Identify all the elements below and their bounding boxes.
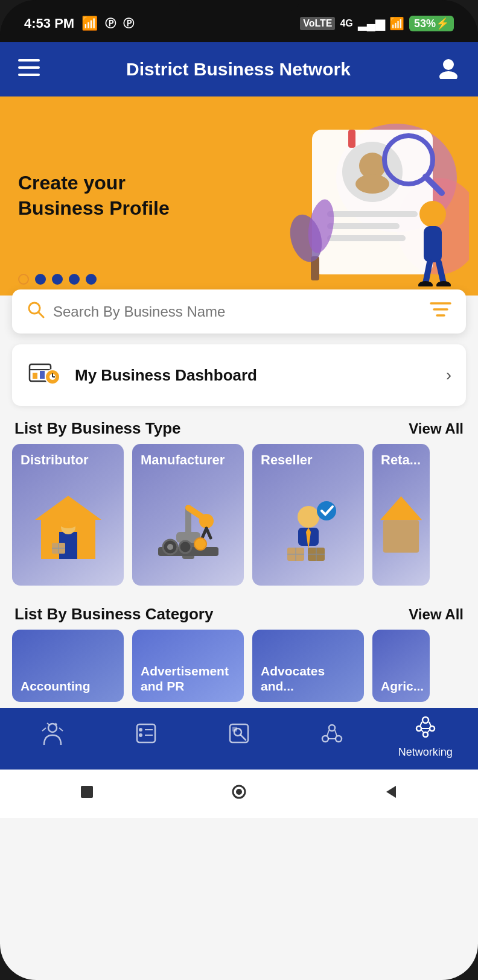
business-category-view-all[interactable]: View All <box>409 606 464 623</box>
svg-rect-18 <box>424 226 442 262</box>
filter-icon[interactable] <box>430 300 451 323</box>
svg-point-3 <box>443 59 454 70</box>
cat-card-advocates[interactable]: Advocates and... <box>252 630 364 702</box>
distributor-label: Distributor <box>12 444 124 472</box>
search-input[interactable] <box>53 303 430 320</box>
svg-rect-33 <box>33 373 37 379</box>
networking-icon <box>414 715 437 744</box>
svg-rect-70 <box>383 520 419 552</box>
system-home-button[interactable] <box>231 783 247 805</box>
svg-point-84 <box>336 736 342 742</box>
svg-rect-2 <box>18 74 40 76</box>
cat-card-accounting[interactable]: Accounting <box>12 630 124 702</box>
svg-rect-34 <box>40 371 45 379</box>
svg-line-80 <box>241 735 246 740</box>
svg-point-76 <box>139 733 142 737</box>
svg-point-90 <box>430 726 435 731</box>
system-square-button[interactable] <box>78 783 95 805</box>
svg-point-88 <box>422 717 429 723</box>
menu-button[interactable] <box>18 59 40 80</box>
business-type-title: List By Business Type <box>14 419 181 438</box>
advertisement-label: Advertisement and PR <box>141 663 235 694</box>
svg-point-83 <box>322 736 328 742</box>
dashboard-arrow-icon: › <box>446 365 451 385</box>
dot-1[interactable] <box>18 274 29 285</box>
app-header: District Business Network <box>0 42 478 96</box>
svg-rect-14 <box>327 235 406 241</box>
dashboard-card[interactable]: My Business Dashboard › <box>12 344 466 406</box>
svg-point-17 <box>419 201 446 227</box>
banner-illustration <box>206 96 478 296</box>
advocates-label: Advocates and... <box>261 663 355 694</box>
business-category-section-header: List By Business Category View All <box>0 592 478 630</box>
svg-marker-100 <box>386 786 396 798</box>
manufacturer-image <box>132 472 244 586</box>
network-bars: ▂▄▆ <box>358 16 384 31</box>
svg-point-89 <box>416 726 421 731</box>
retailer-label: Reta... <box>372 444 430 472</box>
svg-point-60 <box>298 506 319 528</box>
home-icon <box>41 722 64 750</box>
svg-rect-13 <box>327 223 400 229</box>
cat-card-agriculture[interactable]: Agric... <box>372 630 430 702</box>
wifi-icon: 📶 <box>81 16 98 31</box>
user-profile-button[interactable] <box>437 56 460 83</box>
type-card-retailer[interactable]: Reta... <box>372 444 430 586</box>
search-bar[interactable] <box>12 289 466 334</box>
dashboard-label: My Business Dashboard <box>75 366 446 385</box>
wifi-status-icon: 📶 <box>389 16 404 31</box>
dot-2[interactable] <box>35 274 46 285</box>
svg-marker-71 <box>380 496 422 520</box>
dashboard-icon <box>27 355 63 395</box>
nav-networking[interactable]: Networking <box>379 715 472 759</box>
4g-icon: 4G <box>340 18 352 29</box>
system-back-button[interactable] <box>383 783 400 805</box>
cat-card-advertisement[interactable]: Advertisement and PR <box>132 630 244 702</box>
svg-point-72 <box>48 724 57 732</box>
business-type-view-all[interactable]: View All <box>409 420 464 437</box>
banner: Create your Business Profile <box>0 96 478 296</box>
dot-5[interactable] <box>86 274 97 285</box>
svg-rect-0 <box>18 59 40 62</box>
dot-4[interactable] <box>69 274 80 285</box>
battery-indicator: 53%⚡ <box>409 16 454 31</box>
svg-line-86 <box>335 730 337 736</box>
nav-listings[interactable] <box>99 722 192 753</box>
type-card-manufacturer[interactable]: Manufacturer <box>132 444 244 586</box>
svg-point-11 <box>355 174 389 194</box>
svg-point-24 <box>418 281 433 286</box>
type-card-reseller[interactable]: Reseller <box>252 444 364 586</box>
volte-icon: VoLTE <box>300 17 335 30</box>
nav-network[interactable] <box>285 722 378 753</box>
distributor-image <box>12 472 124 586</box>
signal-p2: Ⓟ <box>123 16 134 31</box>
nav-search[interactable] <box>193 722 285 753</box>
svg-line-94 <box>421 730 424 733</box>
svg-point-58 <box>179 541 191 553</box>
svg-line-22 <box>425 262 430 283</box>
svg-line-54 <box>206 528 211 538</box>
svg-point-82 <box>329 725 335 731</box>
type-card-distributor[interactable]: Distributor <box>12 444 124 586</box>
svg-line-85 <box>327 730 329 736</box>
svg-marker-39 <box>35 496 101 520</box>
retailer-image <box>372 472 430 586</box>
business-type-section-header: List By Business Type View All <box>0 406 478 444</box>
svg-point-57 <box>167 544 173 550</box>
reseller-label: Reseller <box>252 444 364 472</box>
svg-point-91 <box>423 732 428 737</box>
network-icon <box>320 722 343 750</box>
time: 4:53 PM <box>24 16 74 31</box>
search-icon <box>27 300 45 323</box>
listings-icon <box>135 722 158 750</box>
svg-line-92 <box>420 722 422 726</box>
svg-rect-81 <box>232 727 237 732</box>
svg-point-25 <box>436 281 451 286</box>
search-nav-icon <box>228 722 250 750</box>
dot-3[interactable] <box>52 274 63 285</box>
nav-home[interactable] <box>6 722 99 753</box>
svg-line-27 <box>39 312 43 317</box>
svg-point-74 <box>139 728 142 732</box>
banner-dots <box>18 274 97 285</box>
svg-rect-12 <box>327 211 418 217</box>
